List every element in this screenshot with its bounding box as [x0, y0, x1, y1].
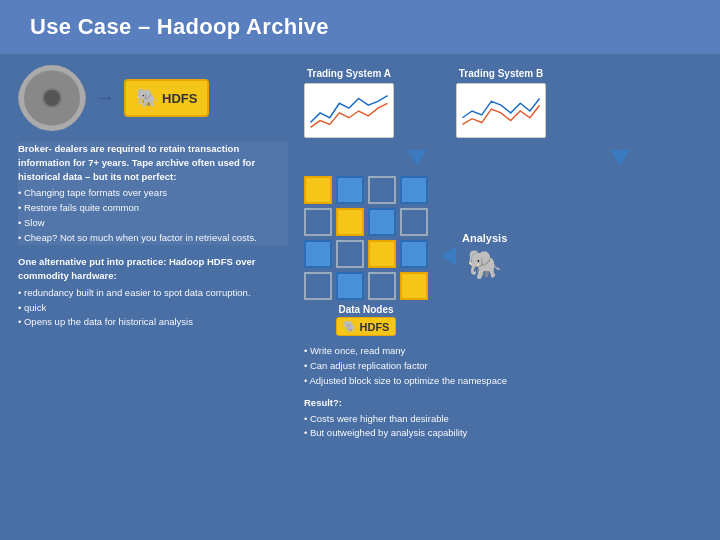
elephant-small-icon: 🐘	[343, 320, 357, 333]
grid-cell	[304, 240, 332, 268]
grid-row-4	[304, 272, 428, 300]
chart-a-thumbnail	[304, 83, 394, 138]
grid-cell	[368, 272, 396, 300]
grid-cell	[336, 208, 364, 236]
grid-row-3	[304, 240, 428, 268]
result-bullet-2: • But outweighed by analysis capability	[304, 426, 702, 440]
alt-bullet-1: redundancy built in and easier to spot d…	[18, 286, 288, 300]
trading-system-b-label: Trading System B	[459, 68, 543, 79]
title-bar: Use Case – Hadoop Archive	[0, 0, 720, 54]
alternative-text: One alternative put into practice: Hadoo…	[18, 255, 288, 330]
spacer	[410, 68, 440, 72]
hdfs-logo-text: HDFS	[162, 91, 197, 106]
analysis-section: Analysis 🐘	[436, 176, 507, 336]
down-arrow-a-icon	[407, 150, 427, 166]
grid-cell	[368, 176, 396, 204]
result-bullets-list: • Costs were higher than desirable • But…	[304, 412, 702, 440]
grid-cell	[304, 176, 332, 204]
left-arrow-icon	[440, 246, 456, 266]
grid-cell	[304, 272, 332, 300]
arrows-row	[304, 150, 702, 166]
result-bullet-1: • Costs were higher than desirable	[304, 412, 702, 426]
analysis-elephant-icon: 🐘	[467, 248, 502, 281]
data-nodes-grid	[304, 176, 428, 300]
tape-area: → 🐘 HDFS	[18, 68, 288, 128]
grid-row-1	[304, 176, 428, 204]
broker-text: Broker- dealers are required to retain t…	[18, 142, 288, 245]
alternative-heading: One alternative put into practice: Hadoo…	[18, 255, 288, 283]
grid-cell	[336, 240, 364, 268]
grid-cell	[304, 208, 332, 236]
broker-bullet-3: Slow	[18, 216, 288, 230]
grid-cell	[400, 176, 428, 204]
broker-bullet-4: Cheap? Not so much when you factor in re…	[18, 231, 288, 245]
bottom-bullets: Write once, read many Can adjust replica…	[304, 344, 702, 388]
grid-cell	[336, 176, 364, 204]
bottom-bullet-1: Write once, read many	[304, 344, 702, 358]
grid-cell	[336, 272, 364, 300]
alt-bullet-3: Opens up the data for historical analysi…	[18, 315, 288, 329]
data-nodes-label: Data Nodes	[338, 304, 393, 315]
hdfs-small-logo: 🐘 HDFS	[336, 317, 397, 336]
tape-reel-inner	[42, 88, 62, 108]
right-content-inner: Data Nodes 🐘 HDFS Analysis 🐘	[304, 176, 702, 336]
result-section: Result?: • Costs were higher than desira…	[304, 396, 702, 439]
trading-system-a-label: Trading System A	[307, 68, 391, 79]
grid-cell	[368, 240, 396, 268]
trading-systems-row: Trading System A Trading System B	[304, 68, 702, 138]
bottom-bullets-list: Write once, read many Can adjust replica…	[304, 344, 702, 387]
grid-cell	[368, 208, 396, 236]
right-arrow-icon: →	[94, 85, 116, 111]
grid-cell	[400, 272, 428, 300]
alt-bullet-2: quick	[18, 301, 288, 315]
grid-cell	[400, 208, 428, 236]
hdfs-small-text: HDFS	[360, 321, 390, 333]
broker-bullet-1: Changing tape formats over years	[18, 186, 288, 200]
elephant-icon: 🐘	[136, 87, 158, 109]
svg-rect-0	[306, 84, 393, 137]
down-arrow-b-icon	[610, 150, 630, 166]
trading-system-b: Trading System B	[456, 68, 546, 138]
right-panel: Trading System A Trading System B	[304, 68, 702, 526]
bottom-bullet-3: Adjusted block size to optimize the name…	[304, 374, 702, 388]
bottom-bullet-2: Can adjust replication factor	[304, 359, 702, 373]
content-area: → 🐘 HDFS Broker- dealers are required to…	[0, 54, 720, 536]
tape-reel-icon	[18, 68, 86, 128]
analysis-row: Analysis 🐘	[440, 232, 507, 281]
analysis-label-group: Analysis 🐘	[462, 232, 507, 281]
svg-rect-1	[458, 84, 545, 137]
alternative-bullets-list: redundancy built in and easier to spot d…	[18, 286, 288, 329]
trading-system-a: Trading System A	[304, 68, 394, 138]
left-panel: → 🐘 HDFS Broker- dealers are required to…	[18, 68, 288, 526]
broker-bullets-list: Changing tape formats over years Restore…	[18, 186, 288, 244]
chart-b-thumbnail	[456, 83, 546, 138]
hdfs-logo: 🐘 HDFS	[124, 79, 209, 117]
result-heading: Result?:	[304, 396, 702, 410]
node-grid-section: Data Nodes 🐘 HDFS	[304, 176, 428, 336]
grid-row-2	[304, 208, 428, 236]
page-title: Use Case – Hadoop Archive	[30, 14, 690, 40]
grid-cell	[400, 240, 428, 268]
analysis-label: Analysis	[462, 232, 507, 244]
slide: Use Case – Hadoop Archive → 🐘 HDFS Broke…	[0, 0, 720, 540]
broker-bullet-2: Restore fails quite common	[18, 201, 288, 215]
broker-heading: Broker- dealers are required to retain t…	[18, 142, 288, 183]
